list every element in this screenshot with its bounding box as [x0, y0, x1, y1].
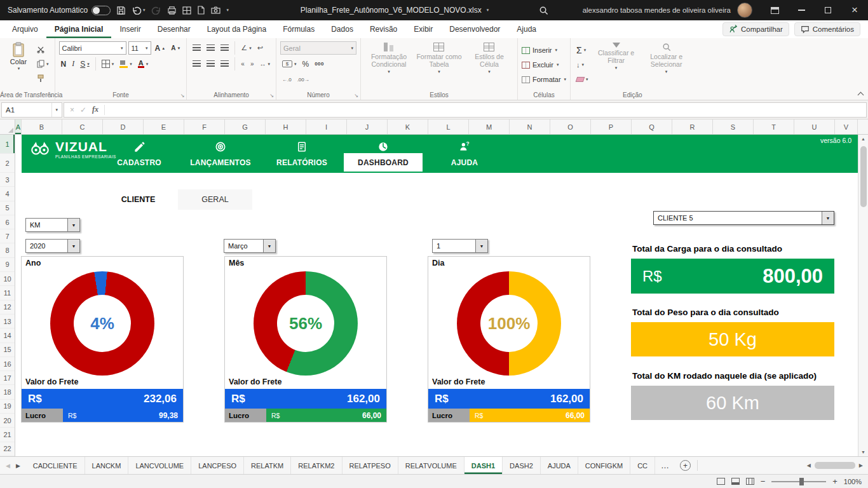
- column-header-V[interactable]: V: [835, 119, 858, 134]
- clear-button[interactable]: ▾: [574, 73, 590, 86]
- prev-sheet-icon[interactable]: ◀: [6, 463, 10, 469]
- column-header-Q[interactable]: Q: [632, 119, 672, 134]
- close-button[interactable]: ×: [841, 0, 868, 20]
- cancel-entry-icon[interactable]: ×: [70, 105, 74, 114]
- number-format-select[interactable]: Geral▾: [280, 41, 356, 55]
- row-header-15[interactable]: 15: [0, 343, 15, 357]
- increase-indent-button[interactable]: »: [248, 57, 256, 71]
- merge-center-button[interactable]: ↔▾: [257, 57, 272, 71]
- row-header-18[interactable]: 18: [0, 385, 15, 399]
- paste-button[interactable]: Colar ▾: [4, 41, 33, 89]
- ribbon-tab-dados[interactable]: Dados: [323, 20, 362, 38]
- copy-button[interactable]: ▾: [35, 57, 51, 71]
- year-dropdown[interactable]: 2020 ▼: [25, 239, 80, 253]
- confirm-entry-icon[interactable]: ✓: [80, 105, 86, 114]
- column-header-I[interactable]: I: [306, 119, 347, 134]
- day-dropdown[interactable]: 1 ▼: [432, 239, 488, 253]
- font-color-button[interactable]: A▾: [136, 57, 150, 71]
- column-header-O[interactable]: O: [550, 119, 591, 134]
- scroll-down-icon[interactable]: ▼: [858, 450, 868, 454]
- row-header-12[interactable]: 12: [0, 301, 15, 315]
- align-center-button[interactable]: [205, 57, 217, 71]
- row-header-9[interactable]: 9: [0, 258, 15, 272]
- accounting-format-button[interactable]: $▾: [280, 57, 299, 71]
- search-button[interactable]: [539, 0, 548, 20]
- ribbon-tab-formulas[interactable]: Fórmulas: [275, 20, 323, 38]
- menu-item-cadastro[interactable]: CADASTRO: [98, 135, 180, 173]
- column-header-E[interactable]: E: [144, 119, 184, 134]
- maximize-button[interactable]: [815, 0, 841, 20]
- name-box-dropdown-icon[interactable]: ▾: [51, 103, 58, 117]
- next-sheet-icon[interactable]: ▶: [16, 463, 20, 469]
- ribbon-display-options-button[interactable]: [761, 0, 788, 20]
- horizontal-scrollbar[interactable]: ◀ ▶: [807, 457, 868, 474]
- quick-print-button[interactable]: [167, 6, 177, 15]
- borders-button[interactable]: ▾: [100, 57, 116, 71]
- column-header-C[interactable]: C: [62, 119, 103, 134]
- sheet-tab-ajuda[interactable]: AJUDA: [541, 457, 578, 474]
- row-header-5[interactable]: 5: [0, 201, 15, 215]
- redo-button[interactable]: [151, 6, 161, 15]
- row-header-7[interactable]: 7: [0, 229, 15, 243]
- dropdown-arrow-icon[interactable]: ▼: [67, 219, 79, 231]
- ribbon-tab-desenhar[interactable]: Desenhar: [149, 20, 199, 38]
- column-header-D[interactable]: D: [103, 119, 144, 134]
- fill-button[interactable]: ↓▾: [574, 58, 590, 72]
- sort-filter-button[interactable]: Classificar e Filtrar ▾: [592, 41, 641, 89]
- save-button[interactable]: [116, 6, 126, 15]
- row-header-10[interactable]: 10: [0, 272, 15, 286]
- scrollbar-thumb[interactable]: [815, 462, 855, 469]
- zoom-level[interactable]: 100%: [844, 478, 862, 485]
- ribbon-tab-exibir[interactable]: Exibir: [405, 20, 441, 38]
- dropdown-arrow-icon[interactable]: ▼: [67, 240, 79, 252]
- unit-dropdown[interactable]: KM ▼: [25, 218, 80, 232]
- font-name-select[interactable]: Calibri▾: [59, 41, 126, 55]
- share-button[interactable]: Compartilhar: [722, 22, 789, 36]
- menu-item-ajuda[interactable]: ? AJUDA: [424, 135, 505, 173]
- underline-button[interactable]: S▾: [78, 57, 92, 71]
- font-dialog-launcher-icon[interactable]: ↘: [180, 93, 185, 98]
- alignment-dialog-launcher-icon[interactable]: ↘: [269, 93, 274, 98]
- qat-customize-icon[interactable]: ▾: [227, 8, 229, 13]
- scroll-up-icon[interactable]: ▲: [858, 137, 868, 141]
- ribbon-tab-arquivo[interactable]: Arquivo: [4, 20, 46, 38]
- row-header-19[interactable]: 19: [0, 400, 15, 414]
- column-header-R[interactable]: R: [672, 119, 713, 134]
- row-header-8[interactable]: 8: [0, 243, 15, 257]
- zoom-in-icon[interactable]: +: [832, 477, 837, 486]
- row-header-13[interactable]: 13: [0, 315, 15, 329]
- normal-view-icon[interactable]: [717, 478, 725, 485]
- client-dropdown[interactable]: CLIENTE 5 ▼: [653, 211, 834, 225]
- align-top-button[interactable]: [191, 41, 203, 55]
- format-painter-button[interactable]: [35, 72, 51, 85]
- autosave-control[interactable]: Salvamento Automático: [8, 6, 111, 15]
- sheet-tab-dash1[interactable]: DASH1: [465, 457, 503, 474]
- find-select-button[interactable]: Localizar e Selecionar ▾: [642, 41, 691, 89]
- row-header-11[interactable]: 11: [0, 286, 15, 300]
- minimize-button[interactable]: [788, 0, 815, 20]
- undo-button[interactable]: ▾: [132, 6, 146, 15]
- select-all-corner[interactable]: [0, 119, 15, 134]
- scrollbar-thumb[interactable]: [860, 146, 867, 207]
- title-dropdown-icon[interactable]: ▾: [487, 8, 489, 13]
- sheet-tab-lancvolume[interactable]: LANCVOLUME: [128, 457, 191, 474]
- sheet-tab-cadcliente[interactable]: CADCLIENTE: [26, 457, 85, 474]
- increase-font-button[interactable]: A▲: [153, 41, 168, 55]
- dropdown-arrow-icon[interactable]: ▼: [263, 240, 275, 252]
- column-header-B[interactable]: B: [22, 119, 62, 134]
- align-right-button[interactable]: [219, 57, 231, 71]
- comments-button[interactable]: Comentários: [794, 22, 860, 36]
- cell-styles-button[interactable]: Estilos de Célula ▾: [465, 41, 513, 89]
- font-size-select[interactable]: 11▾: [128, 41, 151, 55]
- bold-button[interactable]: N: [59, 57, 69, 71]
- menu-item-lancamentos[interactable]: LANÇAMENTOS: [180, 135, 261, 173]
- view-tab-geral[interactable]: GERAL: [178, 189, 252, 210]
- view-tab-cliente[interactable]: CLIENTE: [98, 189, 178, 210]
- chevron-down-icon[interactable]: ▾: [121, 46, 123, 51]
- cut-button[interactable]: [35, 43, 51, 56]
- undo-dropdown-icon[interactable]: ▾: [143, 8, 146, 13]
- column-header-N[interactable]: N: [510, 119, 550, 134]
- conditional-formatting-button[interactable]: Formatação Condicional ▾: [365, 41, 413, 89]
- column-header-A[interactable]: A: [15, 119, 22, 134]
- column-header-K[interactable]: K: [388, 119, 428, 134]
